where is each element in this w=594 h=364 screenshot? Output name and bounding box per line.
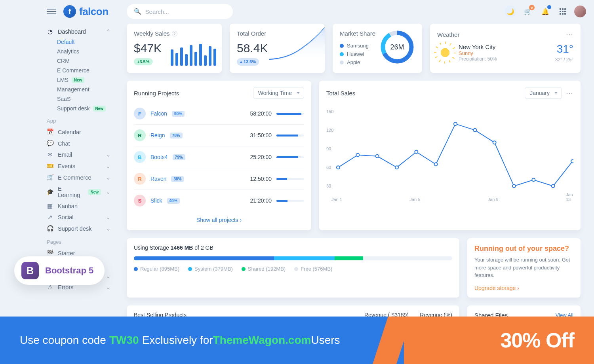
kpi-label: Weather (437, 31, 459, 38)
project-time: 58:20:00 (250, 110, 272, 117)
sales-line-chart: 306090120150Jan 1Jan 5Jan 9Jan 13Jan 17J… (326, 103, 573, 202)
chevron-down-icon: ⌄ (106, 189, 111, 195)
sidebar-icon: 📅 (47, 129, 53, 135)
project-progress-bar (276, 200, 304, 202)
sidebar-item[interactable]: 🎓E LearningNew⌄ (47, 183, 111, 201)
storage-usage-text: Using Storage 1466 MB of 2 GB (134, 245, 452, 251)
sidebar-item[interactable]: 💬Chat (47, 138, 111, 149)
project-time: 12:50:00 (250, 176, 272, 182)
project-progress-bar (276, 135, 304, 136)
sidebar-sub-item[interactable]: Analytics (47, 47, 111, 56)
svg-point-14 (532, 178, 535, 182)
sidebar-section-pages: Pages (47, 234, 111, 247)
hamburger-icon[interactable] (47, 7, 56, 16)
card-weekly-sales: Weekly Sales ? $47K +3.5% (127, 24, 222, 73)
sidebar-item[interactable]: 🛒E Commerce⌄ (47, 172, 111, 183)
project-row[interactable]: R Raven 38% 12:50:00 (134, 168, 304, 190)
banner-text: Users (311, 334, 340, 347)
notifications-icon[interactable]: 🔔 (539, 6, 551, 17)
project-name: Reign (150, 132, 165, 138)
logo-mark-icon: f (63, 5, 76, 18)
user-avatar[interactable] (574, 6, 586, 17)
project-progress-bar (276, 178, 304, 180)
card-running-projects: Running Projects Working Time F Falcon 9… (127, 81, 311, 230)
svg-point-5 (356, 154, 359, 157)
card-upgrade-storage: Running out of your space? Your storage … (467, 238, 581, 298)
project-name: Raven (150, 176, 166, 182)
apps-grid-icon[interactable] (557, 6, 569, 17)
project-avatar: B (134, 151, 146, 163)
sidebar-item-dashboard[interactable]: ◔ Dashboard ⌃ (47, 26, 111, 37)
bootstrap-logo-icon: B (21, 262, 39, 279)
card-storage: Using Storage 1466 MB of 2 GB Regular (8… (127, 238, 459, 298)
project-avatar: S (134, 195, 146, 207)
sun-icon (437, 45, 453, 61)
card-title: Total Sales (326, 90, 355, 97)
chevron-down-icon: ⌄ (106, 174, 111, 181)
search-placeholder: Search... (145, 8, 169, 15)
show-all-projects-link[interactable]: Show all projects › (134, 211, 304, 224)
weather-condition: Sunny (459, 50, 497, 56)
sidebar-sub-item[interactable]: E Commerce (47, 66, 111, 75)
weather-city: New York City (459, 44, 497, 50)
project-name: Slick (150, 197, 162, 204)
sidebar-item[interactable]: ↗Social⌄ (47, 212, 111, 223)
search-input[interactable]: 🔍 Search... (127, 4, 233, 19)
chevron-down-icon: ⌄ (106, 273, 111, 279)
kpi-delta-badge: ▴ 13.6% (237, 58, 259, 66)
projects-filter-select[interactable]: Working Time (253, 87, 304, 99)
project-name: Falcon (150, 110, 167, 117)
svg-text:26M: 26M (390, 43, 404, 51)
project-progress-bar (276, 156, 304, 158)
theme-toggle-icon[interactable]: 🌙 (505, 6, 516, 17)
sidebar-sub-item[interactable]: Support deskNew (47, 104, 111, 113)
project-percent-badge: 90% (172, 111, 185, 117)
themewagon-link[interactable]: ThemeWagon.com (213, 334, 311, 347)
project-time: 21:20:00 (250, 197, 272, 204)
brand-logo[interactable]: f falcon (63, 5, 109, 18)
sidebar-sub-item[interactable]: SaaS (47, 94, 111, 104)
project-row[interactable]: F Falcon 90% 58:20:00 (134, 103, 304, 124)
sidebar-sub-item[interactable]: Management (47, 85, 111, 94)
project-avatar: F (134, 108, 146, 119)
cart-badge: 0 (529, 5, 535, 10)
sales-month-select[interactable]: January (525, 87, 562, 99)
sidebar-item[interactable]: 🎫Events⌄ (47, 160, 111, 172)
svg-point-13 (512, 184, 516, 188)
chevron-down-icon: ⌄ (106, 152, 111, 158)
sidebar-sub-item[interactable]: LMSNew (47, 75, 111, 85)
card-market-share: Market Share SamsungHuaweiApple 26M (333, 24, 422, 73)
project-percent-badge: 38% (171, 176, 184, 182)
project-row[interactable]: B Boots4 79% 25:20:00 (134, 146, 304, 168)
project-row[interactable]: S Slick 40% 21:20:00 (134, 190, 304, 211)
banner-text: Use coupon code (20, 334, 106, 347)
sidebar-sub-item[interactable]: Default (47, 37, 111, 47)
card-title: Running Projects (134, 90, 179, 97)
cart-icon[interactable]: 🛒0 (522, 6, 534, 17)
sidebar-sub-item[interactable]: CRM (47, 56, 111, 66)
project-avatar: R (134, 129, 146, 141)
svg-point-7 (395, 166, 398, 169)
more-icon[interactable]: ⋯ (566, 89, 573, 97)
sidebar: ◔ Dashboard ⌃ DefaultAnalyticsCRME Comme… (0, 23, 119, 364)
weather-precipitation: Precipitation: 50% (459, 56, 497, 62)
chevron-down-icon: ⌄ (106, 284, 111, 290)
sidebar-item[interactable]: ▦Kanban (47, 201, 111, 212)
project-name: Boots4 (150, 154, 168, 160)
help-icon[interactable]: ? (172, 31, 177, 36)
card-total-sales: Total Sales January ⋯ 306090120150Jan 1J… (319, 81, 581, 230)
project-row[interactable]: R Reign 78% 31:50:00 (134, 124, 304, 146)
card-weather: Weather ⋯ New York City Sunny Precipitat… (430, 24, 581, 73)
discount-amount: 30% Off (500, 328, 574, 352)
sidebar-icon: ▦ (47, 203, 53, 209)
upgrade-storage-link[interactable]: Upgrade storage › (474, 285, 573, 291)
sidebar-item[interactable]: 🎧Support desk⌄ (47, 223, 111, 234)
kpi-label: Weekly Sales (134, 30, 170, 37)
chevron-down-icon: ⌄ (106, 163, 111, 169)
sidebar-item[interactable]: 📅Calendar (47, 126, 111, 138)
bootstrap-badge[interactable]: B Bootstrap 5 (14, 256, 105, 285)
sidebar-item[interactable]: ✉Email⌄ (47, 149, 111, 160)
sidebar-icon: 🎧 (47, 225, 53, 232)
bootstrap-label: Bootstrap 5 (45, 265, 93, 276)
more-icon[interactable]: ⋯ (566, 30, 573, 39)
